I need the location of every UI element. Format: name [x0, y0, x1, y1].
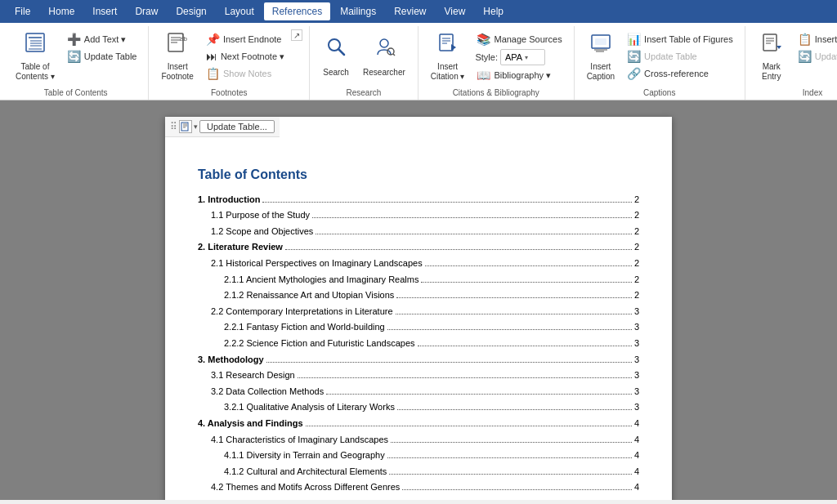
toc-entry-page: 2: [634, 193, 639, 207]
toc-entry-page: 4: [634, 417, 639, 431]
toc-entry-text: 3.2.1 Qualitative Analysis of Literary W…: [198, 400, 395, 415]
doc-type-icon[interactable]: [179, 120, 192, 133]
menu-mailings[interactable]: Mailings: [332, 2, 384, 20]
toc-entry-dots: [421, 282, 631, 283]
toc-entry-text: 4.2 Themes and Motifs Across Different G…: [198, 480, 400, 495]
researcher-button[interactable]: Researcher: [357, 29, 411, 83]
menu-layout[interactable]: Layout: [217, 2, 262, 20]
toc-entry-text: 2.2 Contemporary Interpretations in Lite…: [198, 305, 393, 319]
toc-entry-page: 3: [634, 385, 639, 399]
toc-entry: 4.1.2 Cultural and Architectural Element…: [198, 464, 639, 480]
toc-entry: 3.2.1 Qualitative Analysis of Literary W…: [198, 399, 639, 416]
next-footnote-label: Next Footnote ▾: [221, 51, 284, 62]
next-footnote-icon: ⏭: [206, 50, 217, 63]
menu-file[interactable]: File: [7, 2, 38, 20]
toc-entry-text: 4. Analysis and Findings: [198, 417, 303, 431]
menu-view[interactable]: View: [436, 2, 474, 20]
menu-insert[interactable]: Insert: [84, 2, 125, 20]
svg-point-14: [380, 39, 388, 47]
insert-caption-button[interactable]: InsertCaption: [581, 29, 620, 83]
toc-entry-page: 2: [634, 240, 639, 255]
add-text-icon: ➕: [67, 33, 81, 46]
insert-citation-label: InsertCitation ▾: [431, 62, 465, 82]
menu-bar: File Home Insert Draw Design Layout Refe…: [0, 0, 837, 23]
update-captions-label: Update Table: [644, 51, 697, 61]
toc-entry-dots: [285, 249, 632, 250]
menu-references[interactable]: References: [264, 2, 330, 20]
update-index-icon: 🔄: [798, 50, 812, 63]
menu-review[interactable]: Review: [386, 2, 434, 20]
toc-entry-text: 4.1.2 Cultural and Architectural Element…: [198, 465, 387, 479]
ribbon-group-research: Search Researcher Research: [310, 26, 418, 100]
menu-design[interactable]: Design: [168, 2, 214, 20]
insert-index-label: Insert Index: [815, 34, 837, 44]
toc-entry-page: 3: [634, 337, 639, 351]
mark-entry-button[interactable]: MarkEntry: [752, 29, 791, 83]
doc-dropdown-arrow[interactable]: ▾: [194, 123, 198, 131]
update-captions-table-button[interactable]: 🔄 Update Table: [622, 48, 738, 65]
svg-line-13: [338, 49, 344, 55]
research-group-label: Research: [316, 86, 411, 100]
toc-entry: 3.1 Research Design3: [198, 368, 639, 384]
insert-endnote-button[interactable]: 📌 Insert Endnote: [201, 31, 289, 47]
toc-entry: 2.2 Contemporary Interpretations in Lite…: [198, 304, 639, 320]
update-index-label: Update Index: [815, 51, 837, 61]
search-icon: [325, 35, 347, 64]
ribbon: Table ofContents ▾ ➕ Add Text ▾ 🔄 Update…: [0, 23, 837, 100]
show-notes-label: Show Notes: [223, 69, 271, 78]
toc-entry-dots: [312, 217, 632, 218]
toc-entry-dots: [389, 474, 632, 475]
bibliography-icon: 📖: [477, 69, 490, 82]
menu-draw[interactable]: Draw: [127, 2, 166, 20]
manage-sources-label: Manage Sources: [494, 34, 562, 44]
insert-citation-button[interactable]: InsertCitation ▾: [425, 29, 471, 83]
toc-entry: 1. Introduction2: [198, 192, 639, 208]
toc-icon: [24, 31, 47, 60]
manage-sources-button[interactable]: 📚 Manage Sources: [472, 31, 566, 47]
show-notes-button[interactable]: 📋 Show Notes: [201, 65, 289, 82]
toc-entry-dots: [402, 489, 632, 490]
toc-entry-dots: [266, 362, 632, 363]
footnote-icon: ab 1: [166, 31, 189, 60]
menu-help[interactable]: Help: [475, 2, 512, 20]
update-captions-icon: 🔄: [627, 50, 641, 63]
cross-reference-button[interactable]: 🔗 Cross-reference: [622, 65, 738, 82]
toc-entry-text: 2.2.1 Fantasy Fiction and World-building: [198, 320, 385, 335]
bibliography-button[interactable]: 📖 Bibliography ▾: [472, 67, 566, 83]
search-label: Search: [323, 67, 349, 78]
insert-caption-label: InsertCaption: [587, 62, 615, 82]
toc-entry: 2.1.2 Renaissance Art and Utopian Vision…: [198, 288, 639, 304]
table-of-contents-button[interactable]: Table ofContents ▾: [10, 29, 60, 83]
insert-footnote-button[interactable]: ab 1 InsertFootnote: [155, 29, 199, 83]
next-footnote-button[interactable]: ⏭ Next Footnote ▾: [201, 48, 289, 65]
update-table-doc-button[interactable]: Update Table...: [199, 120, 275, 133]
document-area: ⠿ ▾ Update Table... Table of Contents 1.…: [0, 100, 837, 500]
search-button[interactable]: Search: [316, 29, 356, 83]
update-index-button[interactable]: 🔄 Update Index: [793, 48, 837, 65]
update-table-icon: 🔄: [67, 50, 81, 63]
toc-entry-page: 4: [634, 465, 639, 479]
toc-entry-dots: [262, 202, 631, 203]
document-page: ⠿ ▾ Update Table... Table of Contents 1.…: [165, 117, 672, 500]
toc-entry-page: 2: [634, 208, 639, 223]
toc-entry-dots: [387, 457, 632, 458]
svg-rect-17: [440, 34, 453, 51]
toc-entry-page: 3: [634, 305, 639, 319]
style-dropdown[interactable]: APA ▾: [500, 49, 545, 65]
researcher-icon: [373, 35, 396, 64]
toc-entry-page: 2: [634, 273, 639, 288]
footnotes-expand-icon[interactable]: ↗: [291, 29, 302, 41]
update-table-toolbar: ⠿ ▾ Update Table...: [165, 117, 280, 137]
add-text-button[interactable]: ➕ Add Text ▾: [62, 31, 142, 47]
menu-home[interactable]: Home: [40, 2, 83, 20]
toc-entry-text: 3.2 Data Collection Methods: [198, 385, 324, 399]
toc-entry-dots: [316, 234, 632, 234]
cross-reference-icon: 🔗: [627, 67, 641, 80]
caption-icon: [589, 31, 612, 60]
toc-entry-dots: [396, 314, 632, 314]
insert-table-of-figures-button[interactable]: 📊 Insert Table of Figures: [622, 31, 738, 47]
insert-index-button[interactable]: 📋 Insert Index: [793, 31, 837, 47]
toc-entry-dots: [425, 265, 632, 266]
toc-entry: 2. Literature Review2: [198, 239, 639, 256]
update-table-button[interactable]: 🔄 Update Table: [62, 48, 142, 65]
